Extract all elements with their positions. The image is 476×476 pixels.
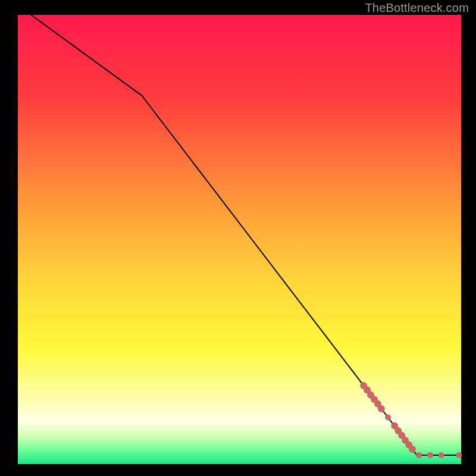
data-marker <box>378 405 385 412</box>
plot-background <box>18 15 461 464</box>
bottleneck-chart <box>0 0 476 476</box>
data-marker <box>456 452 462 458</box>
data-marker <box>416 452 422 458</box>
data-marker <box>427 452 433 458</box>
data-marker <box>385 415 391 421</box>
chart-container: TheBottleneck.com <box>0 0 476 476</box>
data-marker <box>439 452 444 458</box>
data-marker <box>409 446 416 453</box>
